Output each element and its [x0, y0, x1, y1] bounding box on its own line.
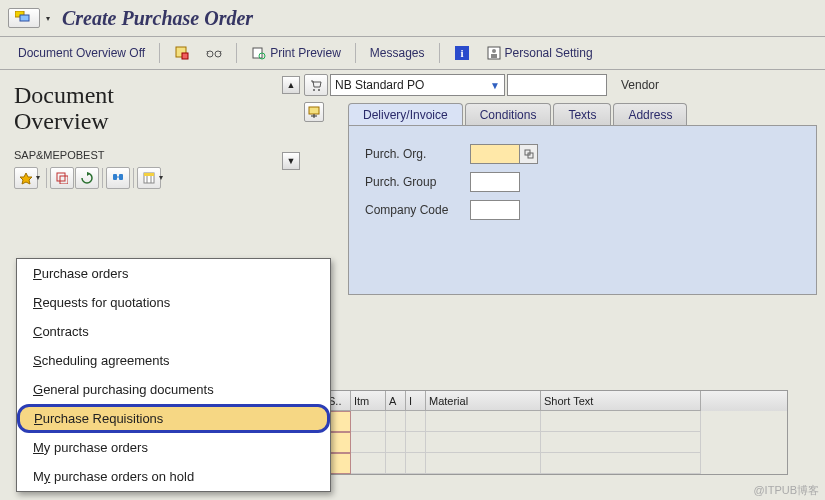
grid-cell[interactable]	[386, 432, 406, 453]
print-preview-button[interactable]: Print Preview	[245, 42, 347, 64]
menu-item[interactable]: My purchase orders on hold	[17, 462, 330, 491]
table-row[interactable]	[309, 432, 787, 453]
refresh-button[interactable]	[75, 167, 99, 189]
svg-rect-12	[491, 54, 497, 58]
print-preview-icon	[251, 45, 267, 61]
tab-conditions[interactable]: Conditions	[465, 103, 552, 125]
purch-group-label: Purch. Group	[365, 175, 470, 189]
doc-type-value: NB Standard PO	[335, 78, 424, 92]
svg-rect-1	[20, 15, 29, 21]
layout-button[interactable]	[137, 167, 161, 189]
menu-item[interactable]: My purchase orders	[17, 433, 330, 462]
tab-texts[interactable]: Texts	[553, 103, 611, 125]
create-icon	[174, 45, 190, 61]
doc-type-select[interactable]: NB Standard PO ▼	[330, 74, 505, 96]
personal-setting-icon	[486, 45, 502, 61]
grid-header-material[interactable]: Material	[426, 391, 541, 411]
glasses-icon	[206, 45, 222, 61]
menu-item[interactable]: Purchase orders	[17, 259, 330, 288]
toolbar-label: Print Preview	[270, 46, 341, 60]
svg-text:i: i	[460, 47, 463, 59]
purch-org-label: Purch. Org.	[365, 147, 470, 161]
layout-dropdown[interactable]: ▾	[159, 173, 163, 182]
svg-rect-17	[113, 174, 117, 180]
toolbar-label: Document Overview Off	[18, 46, 145, 60]
watermark: @ITPUB博客	[753, 483, 819, 498]
menu-item[interactable]: General purchasing documents	[17, 375, 330, 404]
doc-overview-title-line1: Document	[14, 82, 114, 108]
variant-label: SAP&MEPOBEST	[14, 149, 184, 161]
adopt-button[interactable]	[50, 167, 74, 189]
find-button[interactable]	[106, 167, 130, 189]
search-help-icon	[524, 149, 534, 159]
svg-marker-13	[20, 173, 32, 184]
grid-cell[interactable]	[426, 432, 541, 453]
grid-cell[interactable]	[541, 411, 701, 432]
chevron-down-icon: ▼	[490, 80, 500, 91]
selection-variant-button[interactable]	[14, 167, 38, 189]
svg-point-11	[492, 49, 496, 53]
toolbar-label: Messages	[370, 46, 425, 60]
doc-overview-title-line2: Overview	[14, 108, 109, 134]
messages-button[interactable]: Messages	[364, 42, 431, 64]
help-button[interactable]: i	[448, 42, 476, 64]
grid-cell[interactable]	[351, 432, 386, 453]
other-po-button[interactable]	[200, 42, 228, 64]
grid-cell[interactable]	[351, 411, 386, 432]
grid-cell[interactable]	[351, 453, 386, 474]
svg-rect-14	[57, 173, 65, 181]
table-row[interactable]	[309, 411, 787, 432]
page-title: Create Purchase Order	[62, 7, 253, 30]
grid-header-a[interactable]: A	[386, 391, 406, 411]
grid-cell[interactable]	[386, 453, 406, 474]
grid-cell[interactable]	[541, 432, 701, 453]
grid-header-short-text[interactable]: Short Text	[541, 391, 701, 411]
grid-cell[interactable]	[541, 453, 701, 474]
svg-point-21	[313, 89, 315, 91]
program-menu-dropdown[interactable]: ▾	[44, 12, 52, 25]
menu-item[interactable]: Scheduling agreements	[17, 346, 330, 375]
svg-rect-15	[60, 176, 68, 184]
create-button[interactable]	[168, 42, 196, 64]
doc-overview-title: Document Overview	[14, 82, 272, 135]
doc-type-icon[interactable]	[304, 74, 328, 96]
grid-cell[interactable]	[426, 453, 541, 474]
tab-address[interactable]: Address	[613, 103, 687, 125]
company-code-field[interactable]	[470, 200, 520, 220]
info-icon: i	[454, 45, 470, 61]
company-code-label: Company Code	[365, 203, 470, 217]
purch-group-field[interactable]	[470, 172, 520, 192]
grid-cell[interactable]	[426, 411, 541, 432]
vendor-label: Vendor	[621, 78, 659, 92]
scroll-down-button[interactable]: ▼	[282, 152, 300, 170]
svg-rect-20	[144, 173, 154, 176]
selection-variant-menu: Purchase ordersRequests for quotationsCo…	[16, 258, 331, 492]
menu-icon[interactable]	[8, 8, 40, 28]
toolbar-label: Personal Setting	[505, 46, 593, 60]
svg-rect-18	[119, 174, 123, 180]
grid-header-i[interactable]: I	[406, 391, 426, 411]
expand-header-button[interactable]	[304, 102, 324, 122]
svg-point-22	[318, 89, 320, 91]
personal-setting-button[interactable]: Personal Setting	[480, 42, 599, 64]
tab-delivery-invoice[interactable]: Delivery/Invoice	[348, 103, 463, 125]
grid-cell[interactable]	[406, 432, 426, 453]
doc-overview-toggle[interactable]: Document Overview Off	[12, 42, 151, 64]
svg-rect-23	[309, 107, 319, 114]
table-row[interactable]	[309, 453, 787, 474]
grid-cell[interactable]	[386, 411, 406, 432]
purch-org-search-help[interactable]	[520, 144, 538, 164]
svg-rect-3	[182, 53, 188, 59]
menu-item[interactable]: Requests for quotations	[17, 288, 330, 317]
purch-org-field[interactable]	[470, 144, 520, 164]
grid-cell[interactable]	[406, 411, 426, 432]
menu-item[interactable]: Purchase Requisitions	[17, 404, 330, 433]
selection-variant-dropdown[interactable]: ▾	[36, 173, 40, 182]
menu-item[interactable]: Contracts	[17, 317, 330, 346]
grid-header-itm[interactable]: Itm	[351, 391, 386, 411]
po-number-field[interactable]	[507, 74, 607, 96]
grid-cell[interactable]	[406, 453, 426, 474]
scroll-up-button[interactable]: ▲	[282, 76, 300, 94]
